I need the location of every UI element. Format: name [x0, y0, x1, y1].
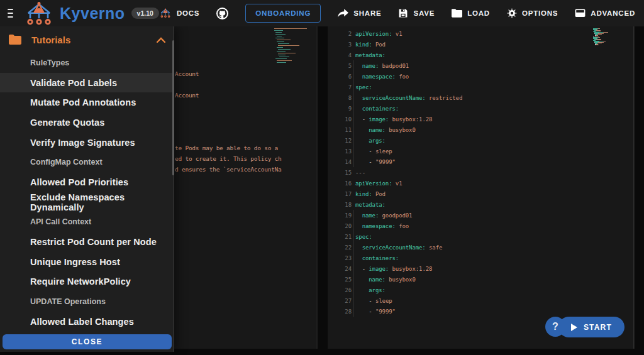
- sidebar-item-label: ConfigMap Context: [30, 158, 103, 167]
- minimap-line: [593, 45, 611, 45]
- line-number: 17: [333, 191, 352, 197]
- code-line: 17kind: Pod: [333, 188, 635, 199]
- nav-options-button[interactable]: OPTIONS: [507, 8, 558, 18]
- indent-guide: [353, 210, 354, 317]
- code-line: 13 - sleep: [333, 146, 635, 156]
- line-number: 4: [333, 52, 352, 58]
- code-line: 25 name: busybox0: [333, 274, 635, 285]
- nav-docs-label: DOCS: [177, 9, 199, 17]
- line-number: 24: [333, 266, 352, 272]
- resource-editor-minimap[interactable]: [593, 28, 611, 45]
- sidebar-item-label: Allowed Pod Priorities: [30, 177, 128, 187]
- sidebar-item-generate-quotas[interactable]: Generate Quotas: [0, 112, 174, 133]
- tutorials-drawer: Tutorials RuleTypesValidate Pod LabelsMu…: [0, 26, 174, 352]
- code-line: 14 - "9999": [333, 156, 635, 167]
- minimap-line: [274, 53, 312, 53]
- minimap-line: [274, 45, 312, 46]
- gear-icon: [507, 8, 517, 18]
- code-line: 6 namespace: foo: [333, 71, 635, 82]
- line-number: 3: [333, 41, 352, 48]
- minimap-line: [274, 57, 312, 57]
- policy-text-fragment: d ensures the `serviceAccountNa: [175, 166, 282, 173]
- code-line: 4metadata:: [333, 50, 635, 60]
- brand[interactable]: Kyverno v1.10: [23, 1, 159, 26]
- line-number: 11: [333, 127, 352, 133]
- line-number: 14: [333, 159, 352, 165]
- sidebar-scrollbar-thumb[interactable]: [172, 40, 174, 175]
- sidebar-item-allowed-pod-priorities[interactable]: Allowed Pod Priorities: [0, 172, 174, 192]
- sidebar-item-api-call-context[interactable]: API Call Context: [0, 212, 174, 232]
- resource-editor[interactable]: 2apiVersion: v13kind: Pod4metadata:5 nam…: [328, 26, 635, 349]
- header-nav: DOCSONBOARDINGSHARESAVELOADOPTIONSADVANC…: [159, 4, 635, 23]
- line-number: 16: [333, 180, 352, 187]
- folder-icon: [9, 35, 23, 45]
- sidebar-item-exclude-namespaces-dynamically[interactable]: Exclude Namespaces Dynamically: [0, 192, 174, 212]
- code-line: 12 args:: [333, 135, 635, 146]
- policy-text-fragment: Account: [175, 92, 199, 99]
- code-line: 22 serviceAccountName: safe: [333, 242, 635, 253]
- minimap-line: [274, 51, 312, 52]
- line-number: 22: [333, 244, 352, 251]
- minimap-line: [274, 58, 312, 59]
- code-line: 21spec:: [333, 231, 635, 242]
- nav-save-button[interactable]: SAVE: [398, 8, 435, 18]
- line-number: 10: [333, 116, 352, 123]
- github-button[interactable]: [216, 8, 228, 19]
- minimap-line: [274, 60, 312, 61]
- sidebar-item-require-networkpolicy[interactable]: Require NetworkPolicy: [0, 272, 174, 292]
- code-line: 18metadata:: [333, 199, 635, 210]
- code-line: 27 - sleep: [333, 295, 635, 306]
- policy-text-fragment: ed to create it. This policy ch: [175, 155, 282, 162]
- code-line: 15---: [333, 167, 635, 178]
- code-line: 11 name: busybox0: [333, 124, 635, 135]
- sidebar-item-verify-image-signatures[interactable]: Verify Image Signatures: [0, 133, 174, 153]
- close-button[interactable]: CLOSE: [3, 334, 172, 349]
- line-number: 27: [333, 298, 352, 304]
- indent-guide: [353, 60, 354, 167]
- nav-docs-button[interactable]: DOCS: [159, 8, 199, 18]
- sidebar-item-label: Require NetworkPolicy: [30, 276, 131, 287]
- minimap-line: [274, 38, 312, 38]
- nav-load-button[interactable]: LOAD: [452, 9, 490, 18]
- minimap-line: [274, 49, 312, 50]
- line-number: 9: [333, 106, 352, 112]
- sidebar-item-restrict-pod-count-per-node[interactable]: Restrict Pod Count per Node: [0, 232, 174, 252]
- sidebar-item-unique-ingress-host[interactable]: Unique Ingress Host: [0, 252, 174, 272]
- policy-text-fragment: te Pods may be able to do so a: [175, 145, 278, 151]
- nav-options-label: OPTIONS: [522, 9, 558, 17]
- nav-advanced-button[interactable]: ADVANCED: [575, 9, 635, 18]
- kyverno-docs-icon: [159, 8, 172, 18]
- nav-share-button[interactable]: SHARE: [338, 9, 381, 18]
- menu-icon[interactable]: [8, 9, 13, 18]
- start-button[interactable]: START: [558, 317, 625, 337]
- sidebar-item-update-operations[interactable]: UPDATE Operations: [0, 292, 174, 312]
- line-number: 26: [333, 287, 352, 293]
- code-line: 28 - "9999": [333, 306, 635, 317]
- policy-editor-minimap[interactable]: [274, 28, 312, 64]
- sidebar-item-ruletypes[interactable]: RuleTypes: [0, 53, 174, 73]
- sidebar-item-label: Allowed Label Changes: [30, 317, 134, 327]
- yaml-code: 2apiVersion: v13kind: Pod4metadata:5 nam…: [328, 26, 635, 317]
- sidebar-item-allowed-label-changes[interactable]: Allowed Label Changes: [0, 312, 174, 332]
- app-title: Kyverno: [60, 4, 125, 23]
- code-line: 3kind: Pod: [333, 39, 635, 50]
- minimap-line: [274, 30, 312, 31]
- nav-onboarding-button[interactable]: ONBOARDING: [245, 4, 321, 23]
- tutorials-section-toggle[interactable]: Tutorials: [0, 26, 174, 53]
- app-header: Kyverno v1.10 DOCSONBOARDINGSHARESAVELOA…: [0, 0, 644, 26]
- sidebar-item-configmap-context[interactable]: ConfigMap Context: [0, 152, 174, 172]
- nav-load-label: LOAD: [467, 9, 490, 17]
- github-icon: [216, 8, 228, 19]
- sidebar-item-label: Unique Ingress Host: [30, 257, 120, 267]
- line-number: 6: [333, 74, 352, 80]
- line-number: 21: [333, 234, 352, 240]
- code-line: 24 - image: busybox:1.28: [333, 263, 635, 274]
- nav-onboarding-label: ONBOARDING: [255, 9, 311, 17]
- policy-editor[interactable]: AccountAccountte Pods may be able to do …: [174, 26, 318, 349]
- line-number: 23: [333, 255, 352, 261]
- tutorials-list: RuleTypesValidate Pod LabelsMutate Pod A…: [0, 53, 174, 332]
- nav-advanced-label: ADVANCED: [591, 9, 635, 17]
- sidebar-item-validate-pod-labels[interactable]: Validate Pod Labels: [0, 73, 174, 93]
- sidebar-item-mutate-pod-annotations[interactable]: Mutate Pod Annotations: [0, 92, 174, 112]
- chevron-up-icon[interactable]: [157, 37, 165, 43]
